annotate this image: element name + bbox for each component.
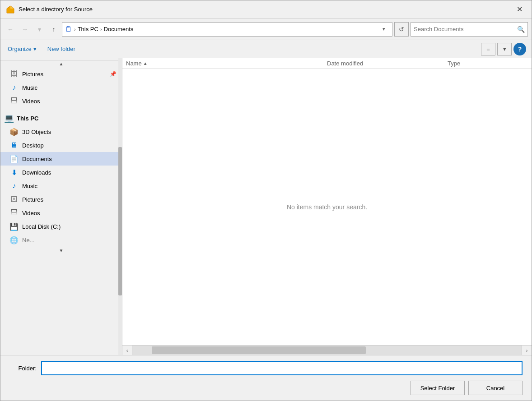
address-path: This PC › Documents — [78, 26, 377, 32]
sidebar: ▲ 🖼 Pictures 📌 ♪ Music 🎞 Videos 💻 This P… — [0, 58, 122, 355]
dropdown-recent-button[interactable]: ▾ — [33, 23, 46, 36]
empty-message: No items match your search. — [287, 203, 367, 211]
hscroll-thumb — [152, 346, 366, 354]
sidebar-item-downloads[interactable]: ⬇ Downloads — [0, 166, 122, 179]
sort-arrow: ▲ — [143, 61, 148, 66]
sidebar-item-music[interactable]: ♪ Music — [0, 179, 122, 193]
music2-icon: ♪ — [9, 181, 19, 190]
up-button[interactable]: ↑ — [47, 23, 60, 36]
dialog-title: Select a directory for Source — [19, 6, 513, 13]
hscroll-right-button[interactable]: › — [522, 346, 532, 355]
sidebar-item-label: Downloads — [22, 169, 51, 176]
hscroll-left-button[interactable]: ‹ — [122, 346, 132, 355]
address-bar[interactable]: 🗒 › This PC › Documents ▾ — [62, 22, 392, 37]
app-icon — [6, 5, 15, 14]
sidebar-item-label: 3D Objects — [22, 129, 51, 135]
organize-button[interactable]: Organize ▾ — [6, 45, 38, 53]
sidebar-item-label: Local Disk (C:) — [22, 223, 61, 230]
sidebar-item-network[interactable]: 🌐 Ne... — [0, 233, 122, 247]
content-body: No items match your search. — [122, 69, 532, 345]
back-button[interactable]: ← — [4, 23, 17, 36]
forward-button[interactable]: → — [19, 23, 31, 36]
address-dropdown-button[interactable]: ▾ — [378, 23, 389, 36]
folder-input[interactable] — [41, 361, 523, 375]
cancel-button[interactable]: Cancel — [468, 381, 523, 395]
thispc-icon: 💻 — [4, 113, 14, 123]
address-part-thispc[interactable]: This PC — [78, 26, 98, 32]
search-box[interactable]: 🔍 — [411, 22, 528, 37]
dialog: Select a directory for Source ✕ ← → ▾ ↑ … — [0, 0, 532, 401]
col-name-label: Name — [126, 60, 142, 67]
sidebar-item-label: Music — [22, 84, 37, 91]
folder-row: Folder: — [9, 361, 523, 375]
organize-label: Organize — [8, 46, 32, 52]
pictures-icon: 🖼 — [9, 69, 19, 78]
column-headers: Name ▲ Date modified Type — [122, 58, 532, 69]
bottom-bar: Folder: Select Folder Cancel — [0, 355, 532, 401]
sidebar-thispc-label: This PC — [17, 115, 38, 122]
sidebar-item-label: Music — [22, 183, 37, 189]
sidebar-scroll-down[interactable]: ▼ — [0, 247, 122, 254]
downloads-icon: ⬇ — [9, 168, 19, 177]
close-button[interactable]: ✕ — [513, 4, 526, 15]
sidebar-item-localdisk[interactable]: 💾 Local Disk (C:) — [0, 220, 122, 233]
button-row: Select Folder Cancel — [9, 381, 523, 395]
col-header-date[interactable]: Date modified — [327, 60, 448, 67]
sidebar-item-desktop[interactable]: 🖥 Desktop — [0, 138, 122, 152]
view-controls: ≡ ▾ ? — [481, 43, 526, 55]
address-chevron: › — [74, 27, 76, 32]
sidebar-item-label: Pictures — [22, 196, 43, 203]
main-area: ▲ 🖼 Pictures 📌 ♪ Music 🎞 Videos 💻 This P… — [0, 58, 532, 355]
sidebar-item-label: Ne... — [22, 237, 34, 244]
view-dropdown-button[interactable]: ▾ — [497, 43, 512, 55]
address-folder-icon: 🗒 — [65, 25, 72, 33]
sidebar-scroll-up[interactable]: ▲ — [0, 60, 122, 67]
videos-icon: 🎞 — [9, 97, 19, 106]
sidebar-scrollbar-thumb — [118, 147, 122, 295]
sidebar-item-documents[interactable]: 📄 Documents — [0, 152, 122, 166]
view-mode-button[interactable]: ≡ — [481, 43, 495, 55]
address-part-documents[interactable]: Documents — [104, 26, 134, 32]
videos2-icon: 🎞 — [9, 208, 19, 217]
sidebar-item-label: Pictures — [22, 71, 43, 78]
localdisk-icon: 💾 — [9, 222, 19, 231]
sidebar-item-videos-quick[interactable]: 🎞 Videos — [0, 94, 122, 108]
sidebar-item-label: Videos — [22, 98, 40, 105]
col-date-label: Date modified — [327, 60, 363, 67]
sidebar-item-music-quick[interactable]: ♪ Music — [0, 81, 122, 94]
sidebar-scrollbar-track[interactable] — [118, 58, 122, 355]
documents-icon: 📄 — [9, 154, 19, 163]
help-button[interactable]: ? — [513, 43, 526, 55]
search-icon[interactable]: 🔍 — [517, 26, 525, 33]
sidebar-item-pictures-quick[interactable]: 🖼 Pictures 📌 — [0, 67, 122, 81]
sidebar-item-videos[interactable]: 🎞 Videos — [0, 206, 122, 220]
sidebar-item-label: Desktop — [22, 142, 44, 149]
content-pane: Name ▲ Date modified Type No items match… — [122, 58, 532, 355]
refresh-button[interactable]: ↺ — [394, 22, 409, 37]
pin-icon: 📌 — [110, 71, 117, 77]
toolbar: ← → ▾ ↑ 🗒 › This PC › Documents ▾ ↺ 🔍 — [0, 18, 532, 40]
col-header-type[interactable]: Type — [448, 60, 528, 67]
sidebar-item-3dobjects[interactable]: 📦 3D Objects — [0, 125, 122, 138]
new-folder-label: New folder — [47, 46, 75, 52]
folder-label: Folder: — [9, 365, 37, 372]
col-header-name[interactable]: Name ▲ — [126, 60, 327, 67]
organize-arrow: ▾ — [33, 46, 37, 52]
pictures2-icon: 🖼 — [9, 195, 19, 204]
sidebar-item-pictures[interactable]: 🖼 Pictures — [0, 193, 122, 206]
new-folder-button[interactable]: New folder — [46, 45, 77, 53]
sidebar-item-label: Videos — [22, 210, 40, 217]
sidebar-item-label: Documents — [22, 156, 52, 162]
view-arrow: ▾ — [503, 46, 506, 52]
view-icon: ≡ — [486, 46, 490, 52]
col-type-label: Type — [448, 60, 460, 67]
network-icon: 🌐 — [9, 235, 19, 244]
3dobjects-icon: 📦 — [9, 127, 19, 136]
search-input[interactable] — [414, 26, 515, 32]
command-bar: Organize ▾ New folder ≡ ▾ ? — [0, 40, 532, 58]
title-bar: Select a directory for Source ✕ — [0, 0, 532, 18]
music-icon: ♪ — [9, 83, 19, 92]
hscroll-track[interactable] — [132, 346, 522, 355]
sidebar-thispc-header[interactable]: 💻 This PC — [0, 111, 122, 125]
select-folder-button[interactable]: Select Folder — [411, 381, 465, 395]
